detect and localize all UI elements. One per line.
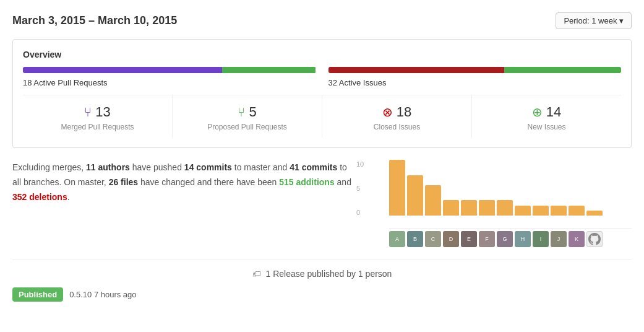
closed-issues-number: ⊗ 18 [327, 104, 466, 120]
overview-title: Overview [23, 50, 621, 59]
pull-requests-bar-section: 18 Active Pull Requests [23, 67, 316, 87]
chart-bars [389, 160, 632, 229]
closed-issues-label: Closed Issues [327, 123, 466, 131]
y-label-10: 10 [356, 160, 364, 168]
closed-icon: ⊗ [382, 105, 393, 120]
new-issues-number: ⊕ 14 [477, 104, 616, 120]
release-text: 1 Release published by 1 person [265, 269, 392, 279]
published-badge: Published [12, 287, 63, 302]
proposed-pr-number: ⑂ 5 [178, 104, 317, 120]
commit-text: Excluding merges, 11 authors have pushed… [12, 160, 359, 247]
proposed-pr-value: 5 [249, 104, 256, 120]
avatar-11 [586, 231, 603, 247]
avatar-3: D [443, 231, 459, 247]
pull-requests-label: 18 Active Pull Requests [23, 78, 316, 87]
avatar-2: C [425, 231, 441, 247]
overview-box: Overview 18 Active Pull Requests 32 Acti… [12, 39, 632, 148]
pr-icon: ⑂ [238, 105, 245, 120]
chart-bar-10 [569, 206, 585, 216]
avatar-6: G [497, 231, 513, 247]
merged-pr-value: 13 [95, 104, 110, 120]
merged-pr-number: ⑂ 13 [28, 104, 167, 120]
date-range: March 3, 2015 – March 10, 2015 [12, 14, 177, 27]
avatar-7: H [515, 231, 531, 247]
chart-bar-3 [443, 200, 459, 216]
bars-row: 18 Active Pull Requests 32 Active Issues [23, 67, 621, 87]
closed-issues-cell: ⊗ 18 Closed Issues [322, 95, 472, 138]
y-label-5: 5 [356, 185, 364, 192]
bar-purple [23, 67, 222, 73]
new-issues-cell: ⊕ 14 New Issues [472, 95, 621, 138]
tag-icon: 🏷 [252, 269, 261, 279]
avatar-5: F [479, 231, 495, 247]
chart-bar-9 [551, 206, 567, 216]
avatar-0: A [389, 231, 405, 247]
proposed-pr-label: Proposed Pull Requests [178, 123, 317, 131]
chart-bar-5 [479, 200, 495, 216]
content-row: Excluding merges, 11 authors have pushed… [12, 160, 632, 247]
avatars-row: ABCDEFGHIJK [389, 231, 632, 247]
bar-red [328, 67, 504, 73]
chart-bar-2 [425, 185, 441, 216]
pull-requests-bar [23, 67, 316, 73]
avatar-1: B [407, 231, 423, 247]
avatar-8: I [533, 231, 549, 247]
avatar-9: J [551, 231, 567, 247]
new-issues-label: New Issues [477, 123, 616, 131]
avatar-4: E [461, 231, 477, 247]
bar-green-issues [504, 67, 621, 73]
chart-bar-11 [586, 211, 603, 216]
chart-bar-1 [407, 175, 423, 216]
issues-bar-section: 32 Active Issues [328, 67, 622, 87]
y-label-0: 0 [356, 209, 364, 216]
bar-green-pr [222, 67, 316, 73]
chart-bar-7 [515, 206, 531, 216]
chart-bar-0 [389, 160, 405, 216]
chart-bar-8 [533, 206, 549, 216]
period-button[interactable]: Period: 1 week ▾ [556, 12, 632, 29]
published-row: Published 0.5.10 7 hours ago [12, 287, 632, 302]
issues-bar [328, 67, 622, 73]
chart-y-labels: 10 5 0 [356, 160, 364, 216]
new-issues-value: 14 [546, 104, 561, 120]
avatar-10: K [569, 231, 585, 247]
chart-section: 10 5 0 ABCDEFGHIJK [372, 160, 632, 247]
release-section: 🏷 1 Release published by 1 person [12, 260, 632, 279]
closed-issues-value: 18 [397, 104, 411, 120]
release-meta: 0.5.10 7 hours ago [69, 290, 136, 299]
proposed-pr-cell: ⑂ 5 Proposed Pull Requests [173, 95, 322, 138]
issues-label: 32 Active Issues [328, 78, 622, 87]
merge-icon: ⑂ [84, 105, 92, 120]
stats-row: ⑂ 13 Merged Pull Requests ⑂ 5 Proposed P… [23, 95, 621, 138]
merged-pr-cell: ⑂ 13 Merged Pull Requests [23, 95, 173, 138]
merged-pr-label: Merged Pull Requests [28, 123, 167, 131]
open-icon: ⊕ [532, 105, 543, 120]
chart-bar-4 [461, 200, 477, 216]
chart-bar-6 [497, 200, 513, 216]
